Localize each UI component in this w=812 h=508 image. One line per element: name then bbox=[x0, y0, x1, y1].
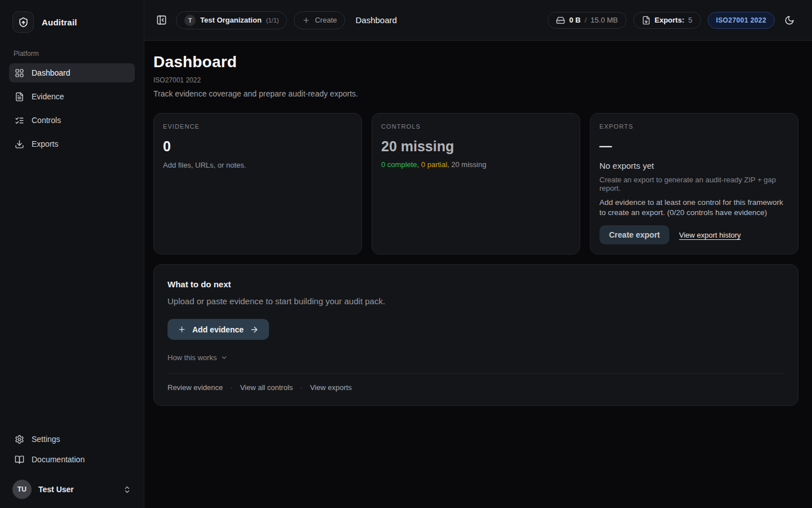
storage-separator: / bbox=[585, 16, 587, 24]
controls-partial-count: 0 partial bbox=[421, 160, 447, 169]
avatar: TU bbox=[12, 480, 32, 499]
storage-usage-pill[interactable]: 0 B / 15.0 MB bbox=[548, 12, 626, 29]
how-this-works-label: How this works bbox=[167, 353, 217, 362]
controls-breakdown: 0 complete, 0 partial, 20 missing bbox=[381, 160, 571, 169]
create-button[interactable]: Create bbox=[294, 11, 345, 29]
exports-card: EXPORTS — No exports yet Create an expor… bbox=[590, 113, 798, 255]
add-evidence-button[interactable]: Add evidence bbox=[167, 319, 269, 340]
view-exports-link[interactable]: View exports bbox=[310, 383, 352, 392]
quick-links: Review evidence · View all controls · Vi… bbox=[167, 383, 784, 392]
moon-icon bbox=[784, 15, 795, 25]
sidebar-toggle-button[interactable] bbox=[153, 12, 169, 28]
view-all-controls-link[interactable]: View all controls bbox=[240, 383, 293, 392]
framework-badge: ISO27001 2022 bbox=[708, 12, 775, 29]
grid-icon bbox=[15, 68, 24, 78]
book-open-icon bbox=[15, 455, 24, 465]
sidebar-item-label: Settings bbox=[32, 435, 60, 444]
sidebar-item-dashboard[interactable]: Dashboard bbox=[9, 63, 135, 82]
sidebar-item-controls[interactable]: Controls bbox=[9, 111, 135, 130]
controls-missing-count: 20 missing bbox=[381, 138, 571, 155]
evidence-count: 0 bbox=[163, 138, 352, 155]
exports-requirement-note: Add evidence to at least one control for… bbox=[599, 198, 789, 218]
download-icon bbox=[15, 139, 24, 149]
how-this-works-toggle[interactable]: How this works bbox=[167, 353, 228, 362]
main-area: T Test Organization (1/1) Create Dashboa… bbox=[144, 0, 812, 508]
shield-logo-icon bbox=[12, 11, 34, 33]
create-label: Create bbox=[315, 16, 337, 24]
user-menu[interactable]: TU Test User bbox=[9, 479, 135, 500]
hard-drive-icon bbox=[556, 16, 565, 25]
sidebar-nav: Dashboard Evidence Controls Exports bbox=[9, 63, 135, 154]
sidebar-item-label: Controls bbox=[32, 116, 61, 125]
storage-used: 0 B bbox=[569, 16, 580, 24]
page-title: Dashboard bbox=[153, 53, 798, 71]
controls-missing-text: , 20 missing bbox=[447, 160, 486, 169]
file-down-icon bbox=[642, 16, 651, 25]
chevron-down-icon bbox=[220, 354, 228, 361]
sidebar-footer-nav: Settings Documentation bbox=[9, 430, 135, 468]
exports-description: Create an export to generate an audit-re… bbox=[599, 176, 789, 192]
storage-total: 15.0 MB bbox=[590, 16, 617, 24]
plus-icon bbox=[178, 325, 186, 334]
brand-logo-row: Auditrail bbox=[9, 9, 135, 35]
add-evidence-label: Add evidence bbox=[192, 325, 244, 334]
evidence-card-label: EVIDENCE bbox=[163, 123, 352, 130]
file-text-icon bbox=[15, 92, 24, 102]
exports-counter-count: 5 bbox=[688, 16, 692, 24]
exports-actions: Create export View export history bbox=[599, 225, 789, 244]
page-content: Dashboard ISO27001 2022 Track evidence c… bbox=[144, 41, 812, 508]
sidebar-item-label: Exports bbox=[32, 139, 58, 148]
user-name: Test User bbox=[38, 485, 116, 494]
gear-icon bbox=[15, 435, 24, 444]
sidebar-spacer bbox=[9, 154, 135, 430]
evidence-card: EVIDENCE 0 Add files, URLs, or notes. bbox=[153, 113, 362, 255]
plus-icon bbox=[302, 16, 310, 24]
sidebar-section-label: Platform bbox=[14, 50, 135, 58]
review-evidence-link[interactable]: Review evidence bbox=[167, 383, 223, 392]
what-to-do-next-card: What to do next Upload or paste evidence… bbox=[153, 264, 798, 406]
stat-cards-row: EVIDENCE 0 Add files, URLs, or notes. CO… bbox=[153, 113, 798, 255]
exports-counter-label: Exports: bbox=[655, 16, 685, 24]
sidebar-item-settings[interactable]: Settings bbox=[9, 430, 135, 448]
arrow-right-icon bbox=[250, 325, 259, 334]
controls-card: CONTROLS 20 missing 0 complete, 0 partia… bbox=[372, 113, 580, 255]
sidebar-item-evidence[interactable]: Evidence bbox=[9, 87, 135, 106]
breakdown-separator: , bbox=[417, 160, 421, 169]
sidebar-item-exports[interactable]: Exports bbox=[9, 134, 135, 154]
exports-status: No exports yet bbox=[599, 161, 789, 170]
list-checks-icon bbox=[15, 116, 24, 125]
next-steps-title: What to do next bbox=[167, 279, 784, 289]
topbar-right: 0 B / 15.0 MB Exports: 5 ISO27001 2022 bbox=[548, 12, 797, 29]
app-window: Auditrail Platform Dashboard Evidence Co… bbox=[0, 0, 812, 508]
theme-toggle-button[interactable] bbox=[782, 12, 797, 28]
org-count: (1/1) bbox=[266, 17, 279, 24]
next-steps-subtitle: Upload or paste evidence to start buildi… bbox=[167, 296, 784, 306]
brand-name: Auditrail bbox=[42, 17, 77, 27]
org-switcher[interactable]: T Test Organization (1/1) bbox=[176, 11, 287, 29]
page-subtitle: Track evidence coverage and prepare audi… bbox=[153, 89, 798, 98]
link-separator: · bbox=[300, 383, 302, 392]
controls-card-label: CONTROLS bbox=[381, 123, 571, 130]
exports-empty-value: — bbox=[599, 139, 789, 154]
sidebar: Auditrail Platform Dashboard Evidence Co… bbox=[0, 0, 144, 508]
exports-counter-pill[interactable]: Exports: 5 bbox=[633, 12, 701, 29]
org-avatar: T bbox=[184, 15, 196, 26]
sidebar-item-label: Dashboard bbox=[32, 68, 70, 77]
controls-complete-count: 0 complete bbox=[381, 160, 417, 169]
org-name: Test Organization bbox=[200, 16, 262, 24]
sidebar-item-label: Evidence bbox=[32, 92, 64, 101]
view-export-history-link[interactable]: View export history bbox=[679, 231, 741, 239]
page-framework-label: ISO27001 2022 bbox=[153, 76, 798, 84]
sidebar-item-documentation[interactable]: Documentation bbox=[9, 450, 135, 468]
evidence-card-description: Add files, URLs, or notes. bbox=[163, 161, 352, 169]
breadcrumb: Dashboard bbox=[355, 15, 396, 25]
chevrons-up-down-icon bbox=[123, 485, 131, 494]
exports-card-label: EXPORTS bbox=[599, 123, 789, 130]
topbar: T Test Organization (1/1) Create Dashboa… bbox=[144, 0, 812, 41]
create-export-button[interactable]: Create export bbox=[599, 225, 669, 244]
link-separator: · bbox=[230, 383, 232, 392]
sidebar-item-label: Documentation bbox=[32, 455, 85, 464]
next-card-divider bbox=[167, 373, 784, 374]
panel-left-close-icon bbox=[156, 15, 167, 25]
